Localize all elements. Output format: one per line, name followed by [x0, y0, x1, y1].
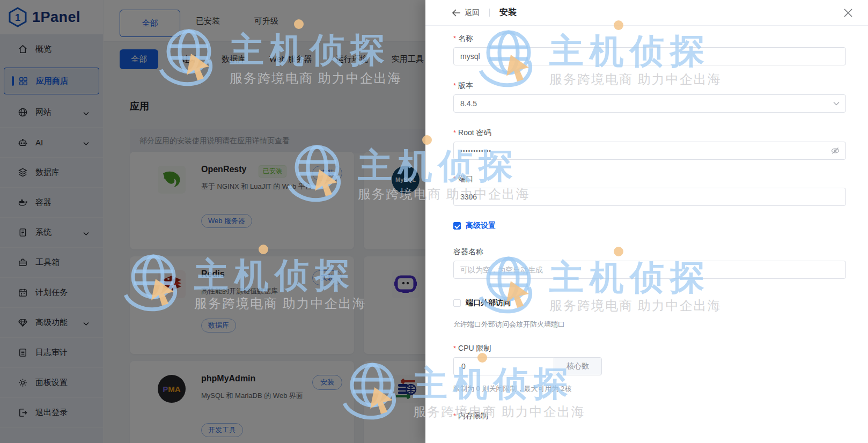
checkbox-unchecked-icon[interactable] — [453, 299, 461, 307]
container-name-label: 容器名称 — [453, 247, 846, 256]
header-divider — [489, 9, 490, 17]
cpu-limit-group: 核心数 — [453, 357, 602, 375]
cpu-limit-input[interactable] — [460, 361, 547, 371]
port-input-wrap — [453, 188, 846, 206]
version-select[interactable]: 8.4.5 — [453, 94, 846, 113]
cpu-input-wrap — [453, 357, 554, 375]
drawer-title: 安装 — [499, 7, 517, 18]
password-input[interactable] — [460, 147, 839, 154]
version-field-label: *版本 — [453, 80, 846, 90]
port-input[interactable] — [460, 193, 839, 201]
install-drawer: 返回 安装 *名称 *版本 8.4.5 *Root 密码 — [425, 0, 868, 443]
checkbox-checked-icon[interactable] — [453, 222, 461, 230]
eye-slash-icon[interactable] — [831, 146, 840, 155]
install-form: *名称 *版本 8.4.5 *Root 密码 *端口 — [425, 26, 868, 420]
password-field-label: *Root 密码 — [453, 128, 846, 137]
back-button[interactable]: 返回 — [465, 8, 480, 18]
port-external-help: 允许端口外部访问会放开防火墙端口 — [453, 320, 846, 329]
cpu-limit-label: *CPU 限制 — [453, 343, 846, 353]
name-input-wrap — [453, 47, 846, 65]
advanced-settings-checkbox[interactable]: 高级设置 — [453, 221, 846, 231]
name-input[interactable] — [460, 52, 839, 61]
cpu-limit-help: 限制为 0 则关闭限制，最大可用为 2核 — [453, 384, 846, 394]
port-external-checkbox[interactable]: 端口外部访问 — [453, 298, 846, 308]
chevron-down-icon — [833, 101, 840, 106]
app-window: 1 1Panel 概览 应用商店 网站 — [0, 0, 868, 443]
port-field-label: *端口 — [453, 174, 846, 183]
password-input-wrap — [453, 142, 846, 160]
drawer-header: 返回 安装 — [425, 0, 868, 26]
container-name-input[interactable] — [460, 265, 839, 274]
cpu-unit-label: 核心数 — [554, 357, 602, 375]
version-value: 8.4.5 — [460, 99, 477, 108]
back-arrow-icon[interactable] — [452, 9, 461, 17]
memory-limit-label: *内存限制 — [453, 411, 846, 420]
name-field-label: *名称 — [453, 33, 846, 43]
close-icon[interactable] — [843, 8, 853, 18]
advanced-settings-label: 高级设置 — [466, 221, 496, 231]
port-external-label: 端口外部访问 — [466, 298, 511, 308]
container-name-input-wrap — [453, 261, 846, 279]
